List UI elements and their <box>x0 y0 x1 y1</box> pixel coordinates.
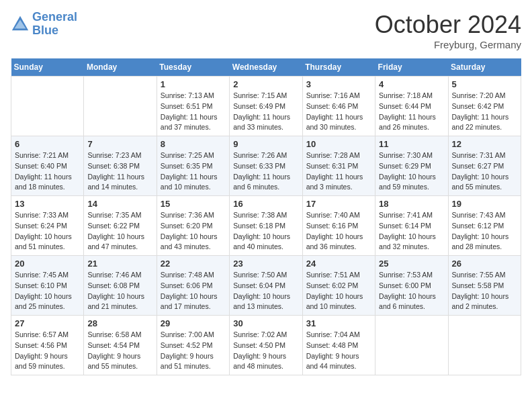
calendar-cell: 23Sunrise: 7:50 AM Sunset: 6:04 PM Dayli… <box>230 256 302 316</box>
calendar-cell: 25Sunrise: 7:53 AM Sunset: 6:00 PM Dayli… <box>375 256 448 316</box>
day-number: 25 <box>379 259 444 269</box>
calendar-cell: 30Sunrise: 7:02 AM Sunset: 4:50 PM Dayli… <box>230 316 302 375</box>
week-row-2: 6Sunrise: 7:21 AM Sunset: 6:40 PM Daylig… <box>11 136 521 196</box>
day-info: Sunrise: 7:13 AM Sunset: 6:51 PM Dayligh… <box>161 91 226 133</box>
day-info: Sunrise: 7:33 AM Sunset: 6:24 PM Dayligh… <box>15 210 80 253</box>
calendar-cell: 15Sunrise: 7:36 AM Sunset: 6:20 PM Dayli… <box>157 196 229 256</box>
day-info: Sunrise: 7:21 AM Sunset: 6:40 PM Dayligh… <box>15 150 80 193</box>
day-info: Sunrise: 7:02 AM Sunset: 4:50 PM Dayligh… <box>233 330 298 372</box>
day-number: 29 <box>161 318 226 328</box>
day-number: 30 <box>233 318 298 328</box>
day-number: 1 <box>161 79 226 89</box>
calendar-cell: 6Sunrise: 7:21 AM Sunset: 6:40 PM Daylig… <box>11 136 84 196</box>
day-number: 19 <box>452 199 517 209</box>
day-info: Sunrise: 7:16 AM Sunset: 6:46 PM Dayligh… <box>306 91 371 133</box>
days-header-row: SundayMondayTuesdayWednesdayThursdayFrid… <box>11 58 521 77</box>
day-number: 13 <box>15 199 80 209</box>
week-row-4: 20Sunrise: 7:45 AM Sunset: 6:10 PM Dayli… <box>11 256 521 316</box>
day-info: Sunrise: 7:45 AM Sunset: 6:10 PM Dayligh… <box>15 270 80 312</box>
day-number: 12 <box>452 139 517 149</box>
day-info: Sunrise: 6:58 AM Sunset: 4:54 PM Dayligh… <box>87 330 152 372</box>
day-info: Sunrise: 7:00 AM Sunset: 4:52 PM Dayligh… <box>161 330 226 372</box>
day-header-tuesday: Tuesday <box>157 58 229 77</box>
day-info: Sunrise: 7:25 AM Sunset: 6:35 PM Dayligh… <box>161 150 226 193</box>
calendar-cell: 27Sunrise: 6:57 AM Sunset: 4:56 PM Dayli… <box>11 316 84 375</box>
day-number: 8 <box>161 139 226 149</box>
logo-icon <box>11 15 30 34</box>
day-info: Sunrise: 7:26 AM Sunset: 6:33 PM Dayligh… <box>233 150 298 193</box>
day-number: 24 <box>306 259 371 269</box>
calendar-cell: 2Sunrise: 7:15 AM Sunset: 6:49 PM Daylig… <box>230 77 302 136</box>
day-header-saturday: Saturday <box>448 58 521 77</box>
day-number: 23 <box>233 259 298 269</box>
calendar-cell: 28Sunrise: 6:58 AM Sunset: 4:54 PM Dayli… <box>84 316 157 375</box>
calendar-cell <box>448 316 521 375</box>
calendar-cell: 31Sunrise: 7:04 AM Sunset: 4:48 PM Dayli… <box>302 316 375 375</box>
day-info: Sunrise: 7:53 AM Sunset: 6:00 PM Dayligh… <box>379 270 444 312</box>
day-number: 18 <box>379 199 444 209</box>
day-header-wednesday: Wednesday <box>230 58 302 77</box>
calendar-table: SundayMondayTuesdayWednesdayThursdayFrid… <box>11 58 521 375</box>
day-info: Sunrise: 7:20 AM Sunset: 6:42 PM Dayligh… <box>452 91 517 133</box>
calendar-cell: 18Sunrise: 7:41 AM Sunset: 6:14 PM Dayli… <box>375 196 448 256</box>
day-number: 17 <box>306 199 371 209</box>
day-header-thursday: Thursday <box>302 58 375 77</box>
day-number: 7 <box>87 139 152 149</box>
day-number: 28 <box>87 318 152 328</box>
calendar-cell: 21Sunrise: 7:46 AM Sunset: 6:08 PM Dayli… <box>84 256 157 316</box>
day-info: Sunrise: 7:51 AM Sunset: 6:02 PM Dayligh… <box>306 270 371 312</box>
day-header-sunday: Sunday <box>11 58 84 77</box>
day-number: 10 <box>306 139 371 149</box>
calendar-cell: 7Sunrise: 7:23 AM Sunset: 6:38 PM Daylig… <box>84 136 157 196</box>
calendar-cell: 11Sunrise: 7:30 AM Sunset: 6:29 PM Dayli… <box>375 136 448 196</box>
calendar-cell: 29Sunrise: 7:00 AM Sunset: 4:52 PM Dayli… <box>157 316 229 375</box>
day-info: Sunrise: 7:15 AM Sunset: 6:49 PM Dayligh… <box>233 91 298 133</box>
week-row-1: 1Sunrise: 7:13 AM Sunset: 6:51 PM Daylig… <box>11 77 521 136</box>
calendar-cell: 3Sunrise: 7:16 AM Sunset: 6:46 PM Daylig… <box>302 77 375 136</box>
location: Freyburg, Germany <box>375 39 521 50</box>
calendar-cell: 26Sunrise: 7:55 AM Sunset: 5:58 PM Dayli… <box>448 256 521 316</box>
page-header: General Blue October 2024 Freyburg, Germ… <box>11 11 521 50</box>
calendar-cell: 12Sunrise: 7:31 AM Sunset: 6:27 PM Dayli… <box>448 136 521 196</box>
day-number: 22 <box>161 259 226 269</box>
day-header-friday: Friday <box>375 58 448 77</box>
day-number: 26 <box>452 259 517 269</box>
day-number: 16 <box>233 199 298 209</box>
day-info: Sunrise: 7:48 AM Sunset: 6:06 PM Dayligh… <box>161 270 226 312</box>
day-number: 31 <box>306 318 371 328</box>
day-number: 27 <box>15 318 80 328</box>
calendar-cell: 17Sunrise: 7:40 AM Sunset: 6:16 PM Dayli… <box>302 196 375 256</box>
day-info: Sunrise: 7:28 AM Sunset: 6:31 PM Dayligh… <box>306 150 371 193</box>
day-number: 11 <box>379 139 444 149</box>
calendar-cell <box>11 77 84 136</box>
day-info: Sunrise: 7:23 AM Sunset: 6:38 PM Dayligh… <box>87 150 152 193</box>
day-number: 9 <box>233 139 298 149</box>
calendar-cell <box>84 77 157 136</box>
day-info: Sunrise: 7:40 AM Sunset: 6:16 PM Dayligh… <box>306 210 371 253</box>
day-number: 6 <box>15 139 80 149</box>
calendar-cell: 1Sunrise: 7:13 AM Sunset: 6:51 PM Daylig… <box>157 77 229 136</box>
day-info: Sunrise: 7:41 AM Sunset: 6:14 PM Dayligh… <box>379 210 444 253</box>
day-number: 14 <box>87 199 152 209</box>
calendar-cell <box>375 316 448 375</box>
calendar-cell: 8Sunrise: 7:25 AM Sunset: 6:35 PM Daylig… <box>157 136 229 196</box>
day-info: Sunrise: 7:18 AM Sunset: 6:44 PM Dayligh… <box>379 91 444 133</box>
day-number: 15 <box>161 199 226 209</box>
calendar-cell: 5Sunrise: 7:20 AM Sunset: 6:42 PM Daylig… <box>448 77 521 136</box>
calendar-cell: 19Sunrise: 7:43 AM Sunset: 6:12 PM Dayli… <box>448 196 521 256</box>
day-info: Sunrise: 7:55 AM Sunset: 5:58 PM Dayligh… <box>452 270 517 312</box>
month-title: October 2024 <box>375 11 521 39</box>
day-info: Sunrise: 7:38 AM Sunset: 6:18 PM Dayligh… <box>233 210 298 253</box>
day-info: Sunrise: 7:36 AM Sunset: 6:20 PM Dayligh… <box>161 210 226 253</box>
calendar-cell: 22Sunrise: 7:48 AM Sunset: 6:06 PM Dayli… <box>157 256 229 316</box>
calendar-cell: 16Sunrise: 7:38 AM Sunset: 6:18 PM Dayli… <box>230 196 302 256</box>
calendar-cell: 4Sunrise: 7:18 AM Sunset: 6:44 PM Daylig… <box>375 77 448 136</box>
calendar-cell: 9Sunrise: 7:26 AM Sunset: 6:33 PM Daylig… <box>230 136 302 196</box>
calendar-cell: 14Sunrise: 7:35 AM Sunset: 6:22 PM Dayli… <box>84 196 157 256</box>
logo-text: General Blue <box>32 11 77 38</box>
day-number: 2 <box>233 79 298 89</box>
calendar-cell: 20Sunrise: 7:45 AM Sunset: 6:10 PM Dayli… <box>11 256 84 316</box>
week-row-3: 13Sunrise: 7:33 AM Sunset: 6:24 PM Dayli… <box>11 196 521 256</box>
calendar-cell: 24Sunrise: 7:51 AM Sunset: 6:02 PM Dayli… <box>302 256 375 316</box>
day-info: Sunrise: 7:43 AM Sunset: 6:12 PM Dayligh… <box>452 210 517 253</box>
